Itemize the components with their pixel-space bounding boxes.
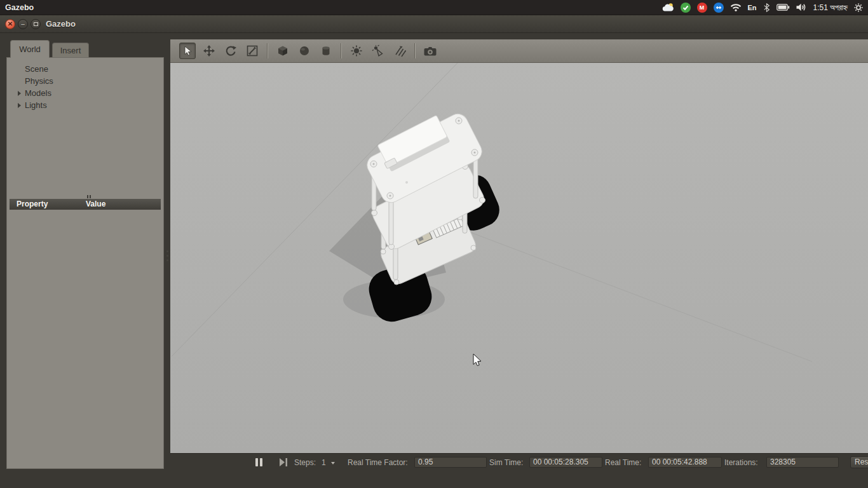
value-column-header[interactable]: Value — [86, 200, 105, 208]
tree-item-physics[interactable]: Physics — [7, 75, 162, 87]
select-arrow-icon — [182, 45, 193, 57]
clock[interactable]: 1:51 অপরাহ্ন — [813, 3, 848, 12]
pause-icon — [260, 458, 262, 466]
window-title: Gazebo — [46, 15, 76, 32]
point-light-button[interactable] — [348, 43, 365, 59]
box-icon — [276, 44, 289, 57]
point-light-icon — [350, 44, 363, 57]
screen: Gazebo M — [0, 0, 868, 488]
weather-icon[interactable] — [661, 3, 674, 12]
wifi-icon[interactable] — [730, 3, 742, 11]
close-button[interactable]: ✕ — [5, 19, 15, 29]
rotate-tool-button[interactable] — [222, 43, 239, 59]
rotate-icon — [224, 44, 237, 57]
pause-icon — [255, 458, 258, 466]
window-title-bar[interactable]: ✕ – Gazebo — [0, 15, 868, 33]
screenshot-button[interactable] — [422, 43, 438, 59]
spot-light-icon — [372, 44, 384, 57]
toolbar-separator — [341, 43, 342, 58]
camera-icon — [423, 45, 437, 57]
toolbar-separator — [267, 43, 268, 58]
expand-arrow-icon[interactable] — [18, 103, 21, 108]
insert-sphere-button[interactable] — [296, 43, 313, 59]
translate-icon — [203, 44, 215, 57]
window-body: World Insert Scene Physics Models Lights… — [0, 33, 868, 488]
tree-item-lights[interactable]: Lights — [7, 99, 162, 111]
mouse-cursor — [473, 354, 481, 366]
real-time-factor-field: 0.95 — [414, 457, 487, 468]
bluetooth-icon[interactable] — [763, 3, 770, 12]
sim-time-field: 00 00:05:28.305 — [529, 457, 602, 468]
maximize-icon — [34, 22, 38, 26]
gmail-badge-letter: M — [700, 4, 705, 11]
world-panel: World Insert Scene Physics Models Lights… — [6, 39, 164, 469]
tab-world[interactable]: World — [10, 40, 50, 58]
reset-button[interactable]: Res — [850, 456, 868, 468]
volume-icon[interactable] — [796, 3, 807, 11]
toolbar-separator — [414, 43, 416, 58]
directional-light-button[interactable] — [391, 43, 408, 59]
simulation-status-bar: Steps: 1 Real Time Factor: 0.95 Sim Time… — [170, 453, 868, 470]
minimize-button[interactable]: – — [18, 19, 28, 29]
system-bar: Gazebo M — [0, 0, 868, 15]
directional-light-icon — [393, 44, 406, 57]
3d-scene — [170, 63, 868, 453]
render-toolbar — [170, 39, 868, 63]
session-gear-icon[interactable] — [854, 3, 863, 12]
spot-light-button[interactable] — [370, 43, 386, 59]
real-time-field: 00 00:05:42.888 — [648, 457, 722, 468]
steps-label: Steps: — [294, 458, 316, 467]
teamviewer-icon[interactable] — [714, 3, 724, 13]
tree-item-models[interactable]: Models — [7, 87, 162, 99]
column-grip[interactable] — [87, 195, 91, 198]
real-time-label: Real Time: — [605, 458, 641, 467]
sim-time-label: Sim Time: — [489, 458, 523, 467]
translate-tool-button[interactable] — [201, 43, 217, 59]
step-icon — [280, 458, 288, 466]
gmail-icon[interactable]: M — [697, 3, 707, 13]
panel-splitter-handle[interactable] — [165, 248, 169, 264]
sphere-icon — [298, 44, 311, 57]
maximize-button[interactable] — [31, 19, 41, 29]
keyboard-layout-indicator[interactable]: En — [748, 4, 757, 11]
world-tree-panel: Scene Physics Models Lights Property Val… — [6, 57, 164, 469]
system-tray: M En — [661, 3, 868, 13]
expand-arrow-icon[interactable] — [18, 91, 21, 96]
insert-cylinder-button[interactable] — [318, 43, 334, 59]
scale-tool-button[interactable] — [244, 43, 261, 59]
battery-icon[interactable] — [776, 4, 790, 11]
pause-button[interactable] — [255, 458, 266, 466]
iterations-field: 328305 — [766, 457, 839, 468]
steps-value[interactable]: 1 — [322, 458, 326, 467]
select-tool-button[interactable] — [179, 43, 196, 59]
step-button[interactable] — [280, 458, 288, 468]
tab-insert[interactable]: Insert — [52, 43, 89, 58]
main-area: Steps: 1 Real Time Factor: 0.95 Sim Time… — [170, 39, 868, 470]
appmenu-title[interactable]: Gazebo — [5, 3, 34, 12]
steps-caret-icon[interactable] — [331, 462, 335, 464]
tree-item-scene[interactable]: Scene — [7, 63, 162, 75]
insert-box-button[interactable] — [275, 43, 291, 59]
cylinder-icon — [320, 44, 332, 57]
scale-icon — [246, 44, 259, 57]
property-column-header[interactable]: Property — [17, 200, 48, 208]
real-time-factor-label: Real Time Factor: — [348, 458, 408, 467]
iterations-label: Iterations: — [724, 458, 758, 467]
sync-check-icon[interactable] — [681, 3, 691, 13]
render-viewport[interactable] — [170, 63, 868, 453]
property-table-header: Property Value — [10, 199, 161, 210]
